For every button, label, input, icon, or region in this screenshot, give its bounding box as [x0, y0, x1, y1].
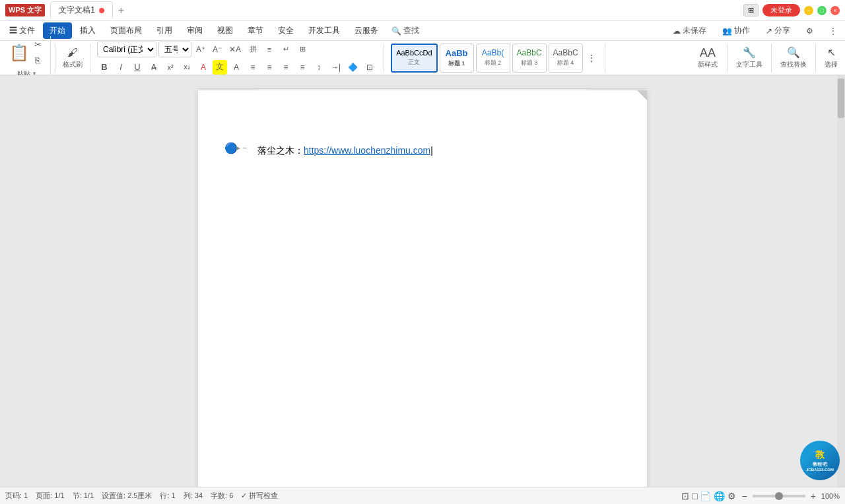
menu-insert[interactable]: 插入 — [73, 22, 102, 39]
view-full-btn[interactable]: □ — [692, 491, 697, 501]
status-line: 行: 1 — [160, 491, 175, 501]
status-page-label: 页码: 1 — [5, 491, 28, 501]
status-pages-label: 页面: 1/1 — [36, 491, 64, 501]
align-center-btn[interactable]: ≡ — [262, 60, 277, 75]
font-size-selector[interactable]: 五号 — [158, 42, 191, 57]
menu-search-btn[interactable]: 🔍 查找 — [386, 23, 424, 38]
border-style-btn[interactable]: ⊡ — [362, 60, 377, 75]
zoom-slider[interactable] — [753, 495, 805, 497]
clear-format-btn[interactable]: ✕A — [226, 42, 244, 57]
separator-7 — [815, 44, 816, 73]
format-painter-btn[interactable]: 🖌 格式刷 — [59, 44, 86, 73]
vertical-scrollbar[interactable] — [837, 75, 845, 487]
separator-3 — [384, 44, 384, 73]
menu-security[interactable]: 安全 — [271, 22, 300, 39]
font-size-increase-btn[interactable]: A⁺ — [193, 42, 208, 57]
font-size-decrease-btn[interactable]: A⁻ — [210, 42, 224, 57]
font-bg-btn[interactable]: A — [229, 60, 244, 75]
strikethrough-btn[interactable]: A̶ — [147, 60, 161, 75]
align-justify-btn[interactable]: ≡ — [295, 60, 310, 75]
share-btn[interactable]: ↗ 分享 — [760, 23, 795, 38]
indent-increase-btn[interactable]: →| — [328, 60, 343, 75]
italic-btn[interactable]: I — [114, 60, 128, 75]
save-status-btn[interactable]: ☁ 未保存 — [667, 23, 712, 38]
menu-review[interactable]: 审阅 — [180, 22, 209, 39]
more-btn[interactable]: ⋮ — [824, 24, 842, 38]
view-read-btn[interactable]: 📄 — [700, 491, 711, 501]
document-icon: 🔵 — [224, 142, 238, 154]
style-normal-label: 正文 — [408, 58, 420, 67]
document-page[interactable]: 🔵 ▸ − 落尘之木：https://www.luochenzhimu.com — [198, 90, 647, 487]
doc-tab-label: 文字文稿1 — [59, 5, 95, 16]
new-tab-btn[interactable]: + — [116, 5, 127, 16]
status-bar: 页码: 1 页面: 1/1 节: 1/1 设置值: 2.5厘米 行: 1 列: … — [0, 487, 845, 504]
wps-logo[interactable]: WPS 文字 — [5, 4, 45, 16]
select-icon: ↖ — [827, 46, 836, 59]
font-controls: Calibri (正文) 五号 A⁺ A⁻ ✕A 拼 ≡ ↵ ⊞ B I U A… — [94, 39, 380, 77]
pinyin-btn[interactable]: 拼 — [246, 42, 260, 57]
menu-page-layout[interactable]: 页面布局 — [104, 22, 149, 39]
style-more-btn[interactable]: ⋮ — [585, 53, 598, 63]
font-color-btn[interactable]: A — [196, 60, 211, 75]
status-spellcheck[interactable]: ✓ 拼写检查 — [241, 491, 278, 501]
expand-styles-icon: ⋮ — [587, 53, 596, 63]
cloud-icon: ☁ — [673, 26, 681, 36]
menu-view[interactable]: 视图 — [211, 22, 240, 39]
document-url[interactable]: https://www.luochenzhimu.com — [304, 145, 430, 156]
zoom-out-btn[interactable]: − — [741, 491, 747, 501]
style-heading1[interactable]: AaBb 标题 1 — [440, 44, 474, 73]
style-h2-label: 标题 2 — [485, 59, 502, 67]
menu-chapter[interactable]: 章节 — [241, 22, 270, 39]
style-normal[interactable]: AaBbCcDd 正文 — [391, 44, 437, 73]
select-btn[interactable]: ↖ 选择 — [821, 44, 841, 73]
underline-btn[interactable]: U — [130, 60, 145, 75]
bold-btn[interactable]: B — [97, 60, 112, 75]
layout-button[interactable]: ⊞ — [743, 4, 759, 16]
scrollbar-thumb[interactable] — [838, 79, 844, 118]
window-maximize-btn[interactable]: □ — [817, 6, 827, 15]
spellcheck-label: 拼写检查 — [249, 491, 278, 501]
tab-close-btn[interactable] — [99, 8, 104, 13]
menu-references[interactable]: 引用 — [150, 22, 179, 39]
window-close-btn[interactable]: × — [830, 6, 840, 15]
style-heading4[interactable]: AaBbC 标题 4 — [549, 44, 583, 73]
align-left-btn[interactable]: ≡ — [246, 60, 260, 75]
style-heading3[interactable]: AaBbC 标题 3 — [512, 44, 547, 73]
wrap-btn[interactable]: ↵ — [279, 42, 293, 57]
page-content-area[interactable]: 落尘之木：https://www.luochenzhimu.com — [257, 143, 588, 158]
highlight-btn[interactable]: 文 — [213, 60, 227, 75]
search-icon: 🔍 — [391, 26, 401, 36]
window-minimize-btn[interactable]: − — [804, 6, 813, 15]
view-page-btn[interactable]: ⊡ — [681, 491, 689, 501]
view-web-btn[interactable]: 🌐 — [714, 491, 725, 501]
find-replace-btn[interactable]: 🔍 查找替换 — [777, 44, 810, 73]
status-position-label: 设置值: 2.5厘米 — [102, 491, 152, 501]
copy-btn[interactable]: ⎘ — [30, 53, 45, 68]
text-tools-btn[interactable]: 🔧 文字工具 — [733, 44, 766, 73]
settings-btn[interactable]: ⚙ — [801, 24, 819, 38]
subscript-btn[interactable]: x₂ — [180, 60, 194, 75]
style-heading2[interactable]: AaBb( 标题 2 — [476, 44, 510, 73]
document-text-prefix: 落尘之木： — [257, 145, 304, 156]
format-painter-label: 格式刷 — [63, 60, 83, 69]
border-btn[interactable]: ⊞ — [295, 42, 310, 57]
line-spacing-btn[interactable]: ↕ — [312, 60, 326, 75]
menu-cloud[interactable]: 云服务 — [348, 22, 385, 39]
shading-btn[interactable]: 🔷 — [345, 60, 360, 75]
doc-tab-active[interactable]: 文字文稿1 — [50, 1, 113, 19]
font-row-1: Calibri (正文) 五号 A⁺ A⁻ ✕A 拼 ≡ ↵ ⊞ — [97, 42, 377, 57]
cut-btn[interactable]: ✂ — [30, 38, 45, 52]
font-row-2: B I U A̶ x² x₂ A 文 A ≡ ≡ ≡ ≡ ↕ →| 🔷 ⊡ — [97, 60, 377, 75]
collab-btn[interactable]: 👥 协作 — [717, 23, 755, 38]
font-name-selector[interactable]: Calibri (正文) — [97, 42, 156, 57]
superscript-btn[interactable]: x² — [163, 60, 178, 75]
new-style-btn[interactable]: AA 新样式 — [694, 44, 722, 73]
zoom-in-btn[interactable]: + — [811, 491, 816, 501]
user-login-btn[interactable]: 未登录 — [762, 4, 800, 16]
view-settings-btn[interactable]: ⚙ — [727, 491, 736, 501]
more-format-btn[interactable]: ≡ — [262, 42, 277, 57]
page-corner-mark — [637, 90, 647, 100]
align-right-btn[interactable]: ≡ — [279, 60, 293, 75]
status-pages: 页面: 1/1 — [36, 491, 64, 501]
menu-dev-tools[interactable]: 开发工具 — [302, 22, 347, 39]
